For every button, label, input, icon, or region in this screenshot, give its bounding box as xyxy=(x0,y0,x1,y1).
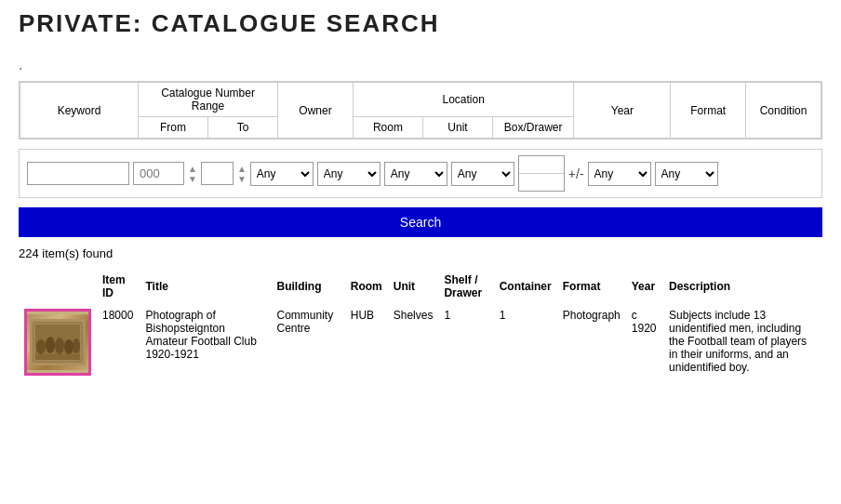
col-header-condition: Condition xyxy=(746,83,821,139)
plusminus-label: +/- xyxy=(568,166,584,181)
search-inputs-row: ▲▼ ▲▼ Any Any Any Any +/- Any Any xyxy=(19,149,822,198)
thumbnail-image xyxy=(27,314,88,370)
year-inputs xyxy=(518,155,565,192)
svg-point-6 xyxy=(64,339,73,354)
catalogue-to-spinner: ▲▼ xyxy=(237,164,247,184)
search-form-table: Keyword Catalogue Number Range Owner Loc… xyxy=(20,82,821,139)
cell-format: Photograph xyxy=(557,303,626,381)
col-header-to: To xyxy=(208,117,278,139)
thumbnail-cell xyxy=(19,303,97,381)
cell-container: 1 xyxy=(494,303,557,381)
cell-unit: Shelves xyxy=(388,303,439,381)
svg-point-7 xyxy=(73,338,80,353)
svg-rect-2 xyxy=(35,325,80,360)
results-col-format: Format xyxy=(557,270,626,303)
col-header-location: Location xyxy=(353,83,574,117)
search-button[interactable]: Search xyxy=(19,207,822,237)
svg-rect-0 xyxy=(30,319,86,365)
cell-shelf_drawer: 1 xyxy=(438,303,493,381)
col-header-owner: Owner xyxy=(278,83,354,139)
cell-title: Photograph of Bishopsteignton Amateur Fo… xyxy=(140,303,271,381)
col-header-from: From xyxy=(139,117,208,139)
svg-rect-8 xyxy=(35,354,80,360)
results-table: Item ID Title Building Room Unit Shelf /… xyxy=(19,270,822,381)
col-header-keyword: Keyword xyxy=(20,83,139,139)
thumbnail-wrapper[interactable] xyxy=(24,309,91,376)
col-header-unit: Unit xyxy=(422,117,492,139)
cell-year: c 1920 xyxy=(626,303,663,381)
svg-point-3 xyxy=(36,339,46,354)
col-header-box-drawer: Box/Drawer xyxy=(493,117,574,139)
col-header-year: Year xyxy=(574,83,671,139)
results-col-shelf-drawer: Shelf / Drawer xyxy=(438,270,493,303)
catalogue-from-input[interactable] xyxy=(133,162,184,185)
cell-room: HUB xyxy=(345,303,388,381)
svg-rect-1 xyxy=(33,323,82,362)
unit-select[interactable]: Any xyxy=(384,162,447,186)
results-col-container: Container xyxy=(494,270,557,303)
results-col-building: Building xyxy=(272,270,345,303)
catalogue-to-input[interactable] xyxy=(201,162,234,185)
search-button-label: Search xyxy=(400,215,441,230)
owner-select[interactable]: Any xyxy=(250,162,314,186)
room-select[interactable]: Any xyxy=(317,162,380,186)
results-col-year: Year xyxy=(626,270,663,303)
col-header-catalogue: Catalogue Number Range xyxy=(139,83,278,117)
cell-building: Community Centre xyxy=(272,303,345,381)
results-col-item-id: Item ID xyxy=(97,270,140,303)
results-col-title: Title xyxy=(140,270,271,303)
cell-item_id: 18000 xyxy=(97,303,140,381)
col-header-room: Room xyxy=(353,117,422,139)
svg-point-4 xyxy=(46,337,55,353)
page-title: PRIVATE: CATALOGUE SEARCH xyxy=(19,9,822,38)
results-col-description: Description xyxy=(663,270,822,303)
col-header-format: Format xyxy=(671,83,746,139)
year-bottom-input[interactable] xyxy=(519,174,564,191)
year-control: +/- xyxy=(518,155,584,192)
results-count: 224 item(s) found xyxy=(19,246,822,260)
table-row: 18000Photograph of Bishopsteignton Amate… xyxy=(19,303,822,381)
svg-point-5 xyxy=(55,338,64,354)
year-top-input[interactable] xyxy=(519,156,564,174)
results-col-room: Room xyxy=(345,270,388,303)
format-select[interactable]: Any xyxy=(588,162,651,186)
results-col-thumbnail xyxy=(19,270,97,303)
keyword-input[interactable] xyxy=(27,162,129,185)
box-drawer-select[interactable]: Any xyxy=(451,162,514,186)
condition-select[interactable]: Any xyxy=(655,162,718,186)
results-col-unit: Unit xyxy=(388,270,439,303)
dot-separator: . xyxy=(19,57,822,73)
search-form-table-wrapper: Keyword Catalogue Number Range Owner Loc… xyxy=(19,81,822,139)
cell-description: Subjects include 13 unidentified men, in… xyxy=(663,303,822,381)
catalogue-from-spinner: ▲▼ xyxy=(188,164,197,184)
